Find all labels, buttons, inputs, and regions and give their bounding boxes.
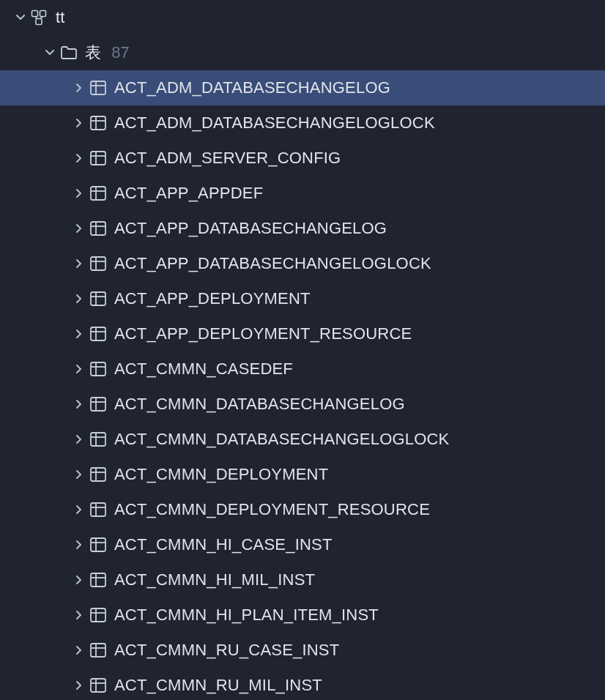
chevron-right-icon[interactable] [69,504,89,515]
table-label: ACT_CMMN_DEPLOYMENT [114,465,328,484]
tree-table-row[interactable]: ACT_CMMN_HI_CASE_INST [0,527,605,562]
tree-table-row[interactable]: ACT_APP_DEPLOYMENT [0,281,605,316]
folder-label: 表 [85,42,101,64]
tree-table-row[interactable]: ACT_CMMN_DATABASECHANGELOGLOCK [0,422,605,457]
tree-table-row[interactable]: ACT_CMMN_HI_PLAN_ITEM_INST [0,597,605,633]
table-label: ACT_ADM_DATABASECHANGELOGLOCK [114,113,435,133]
chevron-right-icon[interactable] [69,574,89,586]
table-label: ACT_CMMN_HI_MIL_INST [114,570,315,589]
table-label: ACT_CMMN_CASEDEF [114,360,293,379]
chevron-right-icon[interactable] [69,363,89,375]
table-icon [89,642,114,658]
table-icon [89,572,114,588]
table-label: ACT_CMMN_RU_MIL_INST [114,676,322,695]
chevron-right-icon[interactable] [69,398,89,410]
chevron-right-icon[interactable] [69,187,89,199]
chevron-right-icon[interactable] [69,609,89,621]
table-label: ACT_CMMN_RU_CASE_INST [114,641,339,660]
tree-table-row[interactable]: ACT_APP_DATABASECHANGELOGLOCK [0,246,605,281]
tree-table-row[interactable]: ACT_ADM_DATABASECHANGELOG [0,70,605,105]
chevron-right-icon[interactable] [69,258,89,269]
tree-table-row[interactable]: ACT_APP_DEPLOYMENT_RESOURCE [0,316,605,351]
tree-table-row[interactable]: ACT_ADM_SERVER_CONFIG [0,141,605,176]
table-label: ACT_APP_DEPLOYMENT_RESOURCE [114,324,412,343]
tree-table-row[interactable]: ACT_CMMN_DEPLOYMENT [0,457,605,492]
table-icon [89,502,114,518]
table-label: ACT_ADM_DATABASECHANGELOG [114,78,390,97]
table-icon [89,220,114,237]
tree-folder-row[interactable]: 表 87 [0,35,605,70]
chevron-right-icon[interactable] [69,433,89,445]
tree-schema-row[interactable]: tt [0,0,605,35]
table-icon [89,396,114,412]
folder-count: 87 [111,43,129,62]
table-label: ACT_CMMN_DATABASECHANGELOGLOCK [114,430,450,449]
table-icon [89,326,114,342]
chevron-down-icon[interactable] [10,12,31,23]
table-icon [89,150,114,166]
table-label: ACT_CMMN_HI_PLAN_ITEM_INST [114,606,379,625]
table-label: ACT_APP_DATABASECHANGELOG [114,219,387,238]
chevron-right-icon[interactable] [69,644,89,656]
tree-table-row[interactable]: ACT_CMMN_DEPLOYMENT_RESOURCE [0,492,605,527]
tree-table-row[interactable]: ACT_ADM_DATABASECHANGELOGLOCK [0,105,605,141]
tree-table-row[interactable]: ACT_CMMN_DATABASECHANGELOG [0,387,605,422]
tables-list: ACT_ADM_DATABASECHANGELOGACT_ADM_DATABAS… [0,70,605,700]
table-icon [89,607,114,623]
table-icon [89,80,114,96]
chevron-right-icon[interactable] [69,117,89,129]
db-tree: tt 表 87 ACT_ADM_DATABASECHANGELOGACT_ADM… [0,0,605,700]
chevron-right-icon[interactable] [69,679,89,691]
schema-label: tt [56,8,65,27]
table-label: ACT_ADM_SERVER_CONFIG [114,149,341,168]
tree-table-row[interactable]: ACT_CMMN_CASEDEF [0,351,605,387]
table-icon [89,185,114,201]
chevron-right-icon[interactable] [69,469,89,480]
table-label: ACT_APP_APPDEF [114,184,263,203]
table-icon [89,466,114,483]
chevron-right-icon[interactable] [69,293,89,305]
table-label: ACT_CMMN_HI_CASE_INST [114,535,333,554]
chevron-right-icon[interactable] [69,328,89,340]
table-icon [89,256,114,272]
chevron-down-icon[interactable] [40,47,60,59]
table-icon [89,537,114,553]
table-icon [89,361,114,377]
table-label: ACT_APP_DATABASECHANGELOGLOCK [114,254,431,273]
table-label: ACT_CMMN_DEPLOYMENT_RESOURCE [114,500,430,519]
table-icon [89,431,114,447]
tree-table-row[interactable]: ACT_APP_DATABASECHANGELOG [0,211,605,246]
chevron-right-icon[interactable] [69,152,89,164]
tree-table-row[interactable]: ACT_CMMN_RU_CASE_INST [0,633,605,668]
table-label: ACT_APP_DEPLOYMENT [114,289,311,308]
table-icon [89,291,114,307]
tree-table-row[interactable]: ACT_CMMN_HI_MIL_INST [0,562,605,597]
table-icon [89,677,114,693]
folder-icon [60,45,85,60]
chevron-right-icon[interactable] [69,223,89,234]
schema-icon [31,10,56,26]
chevron-right-icon[interactable] [69,82,89,94]
tree-table-row[interactable]: ACT_APP_APPDEF [0,176,605,211]
table-label: ACT_CMMN_DATABASECHANGELOG [114,395,405,414]
chevron-right-icon[interactable] [69,539,89,551]
tree-table-row[interactable]: ACT_CMMN_RU_MIL_INST [0,668,605,700]
table-icon [89,115,114,131]
